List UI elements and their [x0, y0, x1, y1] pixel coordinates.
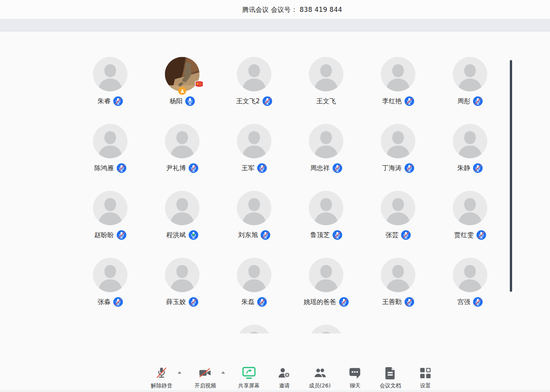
participant-tile[interactable]: 贾红雯 — [434, 188, 506, 255]
participant-name: 姚瑶的爸爸 — [304, 298, 336, 306]
participant-name: 李红艳 — [382, 97, 402, 106]
chevron-up-icon[interactable] — [221, 371, 225, 374]
avatar-placeholder — [237, 325, 271, 333]
toolbar-item-chat[interactable]: 聊天 — [349, 366, 361, 389]
participant-tile[interactable]: 杨阳 — [146, 54, 218, 121]
avatar-placeholder — [381, 191, 415, 225]
toolbar: 解除静音 开启视频 共享屏幕 邀请 — [16, 366, 550, 389]
participant-tile[interactable]: 宫强 — [434, 255, 506, 322]
participant-tile[interactable]: 周彤 — [434, 54, 506, 121]
mic-muted-icon — [405, 163, 414, 173]
participant-name: 王善勤 — [382, 298, 402, 306]
mic-speaking-icon — [189, 230, 198, 240]
participant-grid: 朱睿 杨阳 — [74, 54, 506, 333]
toolbar-label: 开启视频 — [194, 382, 216, 389]
mic-muted-icon — [339, 297, 349, 307]
mic-muted-icon — [113, 297, 123, 307]
participant-name: 宫强 — [457, 298, 470, 306]
participant-name: 贾红雯 — [454, 231, 474, 239]
avatar-placeholder — [309, 258, 343, 292]
participant-tile[interactable]: 程洪斌 — [146, 188, 218, 255]
participant-name: 陈鸿雁 — [95, 164, 114, 172]
toolbar-item-unmute[interactable]: 解除静音 — [151, 366, 172, 389]
toolbar-label: 共享屏幕 — [238, 382, 259, 389]
participant-tile[interactable]: 鲁顶芝 — [290, 188, 362, 255]
participant-name: 杨阳 — [170, 97, 183, 106]
avatar-placeholder — [165, 258, 199, 292]
flag-badge-icon — [194, 80, 204, 89]
participant-tile[interactable]: 刘东旭 — [218, 188, 290, 255]
participant-tile[interactable]: 张芸 — [362, 188, 434, 255]
participant-name: 张芸 — [385, 231, 398, 239]
meeting-title: 腾讯会议 会议号： 838 419 844 — [242, 5, 342, 14]
avatar-placeholder — [237, 124, 271, 158]
mic-muted-icon — [261, 230, 270, 240]
avatar-placeholder — [237, 57, 271, 91]
participant-tile[interactable]: 王善勤 — [362, 255, 434, 322]
participant-name: 张淼 — [98, 298, 111, 306]
participant-tile-partial[interactable] — [290, 322, 362, 333]
toolbar-label: 会议文档 — [380, 382, 401, 389]
participant-tile[interactable]: 陈鸿雁 — [74, 121, 146, 188]
mic-muted-icon — [333, 230, 342, 240]
toolbar-item-share-screen[interactable]: 共享屏幕 — [238, 366, 259, 389]
participant-name: 丁海涛 — [382, 164, 402, 172]
mic-muted-icon — [117, 230, 126, 240]
document-icon — [385, 366, 396, 380]
participant-tile[interactable]: 张淼 — [74, 255, 146, 322]
avatar-placeholder — [165, 191, 199, 225]
participant-tile[interactable]: 王文飞 — [290, 54, 362, 121]
participant-tile[interactable]: 李红艳 — [362, 54, 434, 121]
participant-name: 赵盼盼 — [95, 231, 114, 239]
participant-name: 周彤 — [457, 97, 470, 106]
participant-name: 王军 — [242, 164, 255, 172]
avatar-placeholder — [237, 191, 271, 225]
avatar-placeholder — [381, 57, 415, 91]
participant-tile[interactable]: 朱磊 — [218, 255, 290, 322]
mic-muted-icon — [113, 96, 123, 106]
participant-name: 尹礼博 — [166, 164, 186, 172]
participant-tile[interactable]: 丁海涛 — [362, 121, 434, 188]
toolbar-label: 成员(26) — [309, 382, 331, 389]
share-screen-icon — [242, 366, 256, 380]
toolbar-label: 聊天 — [350, 382, 361, 389]
participant-tile[interactable]: 王文飞2 — [218, 54, 290, 121]
toolbar-item-members[interactable]: 成员(26) — [309, 366, 331, 389]
mic-muted-icon — [473, 96, 483, 106]
participant-name: 朱磊 — [242, 298, 255, 306]
avatar-placeholder — [93, 57, 127, 91]
mic-muted-icon — [477, 230, 486, 240]
mic-muted-icon — [405, 297, 414, 307]
avatar-placeholder — [453, 258, 487, 292]
participant-tile[interactable]: 姚瑶的爸爸 — [290, 255, 362, 322]
mic-muted-icon — [333, 163, 342, 173]
members-icon — [313, 366, 326, 380]
mic-muted-icon — [401, 230, 411, 240]
toolbar-item-settings[interactable]: 设置 — [419, 366, 431, 389]
participant-name: 周忠祥 — [310, 164, 330, 172]
mic-off-icon — [155, 366, 168, 380]
avatar-placeholder — [453, 124, 487, 158]
toolbar-item-meeting-docs[interactable]: 会议文档 — [380, 366, 401, 389]
participant-tile[interactable]: 朱睿 — [74, 54, 146, 121]
participant-tile[interactable]: 赵盼盼 — [74, 188, 146, 255]
participant-tile[interactable]: 王军 — [218, 121, 290, 188]
chevron-up-icon[interactable] — [178, 371, 181, 374]
avatar-placeholder — [93, 191, 127, 225]
toolbar-label: 邀请 — [279, 382, 290, 389]
avatar-placeholder — [381, 124, 415, 158]
chat-icon — [349, 366, 361, 380]
participant-tile[interactable]: 周忠祥 — [290, 121, 362, 188]
participant-tile[interactable]: 薛玉姣 — [146, 255, 218, 322]
sub-header-strip — [0, 20, 550, 31]
toolbar-item-invite[interactable]: 邀请 — [278, 366, 291, 389]
participant-tile[interactable]: 朱静 — [434, 121, 506, 188]
participant-tile-partial[interactable] — [218, 322, 290, 333]
vertical-scrollbar[interactable] — [510, 60, 512, 292]
mic-muted-icon — [189, 297, 198, 307]
participant-tile[interactable]: 尹礼博 — [146, 121, 218, 188]
toolbar-item-start-video[interactable]: 开启视频 — [194, 366, 216, 389]
mic-muted-icon — [257, 163, 267, 173]
camera-off-icon — [198, 366, 212, 380]
avatar-placeholder — [93, 258, 127, 292]
